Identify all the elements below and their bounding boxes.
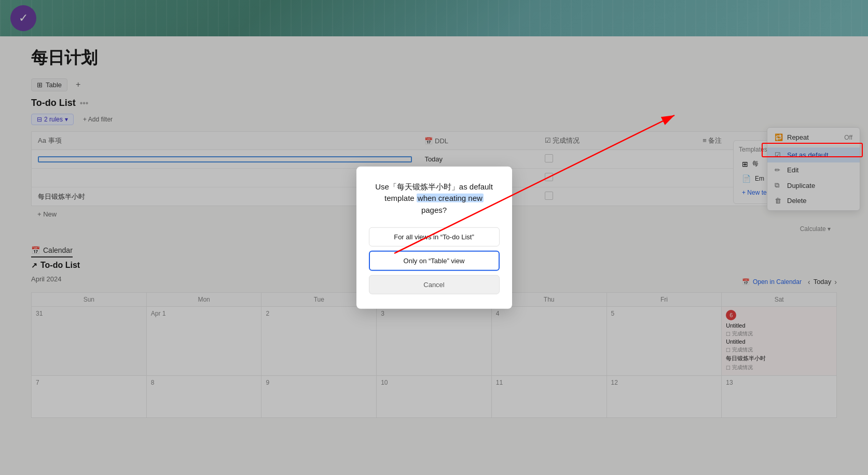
dialog-cancel-button[interactable]: Cancel (369, 275, 500, 294)
dialog-all-views-button[interactable]: For all views in “To-do List” (369, 227, 500, 247)
dialog-highlight: when creating new (417, 194, 484, 202)
dialog-title: Use「每天锻炼半小时」as default template when cre… (369, 181, 500, 216)
dialog: Use「每天锻炼半小时」as default template when cre… (356, 166, 512, 309)
dialog-table-only-button[interactable]: Only on “Table” view (369, 251, 500, 271)
